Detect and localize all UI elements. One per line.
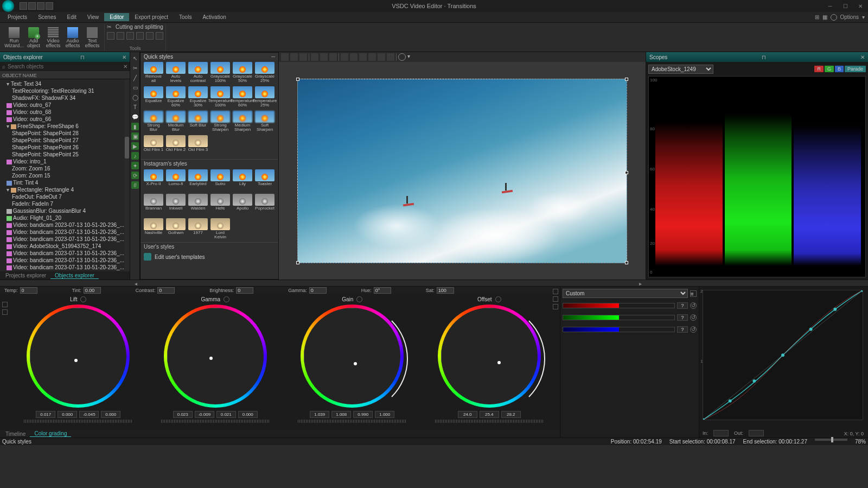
quick-close-icon[interactable]: ─ bbox=[271, 54, 275, 60]
text-effects-button[interactable]: Text effects bbox=[82, 26, 102, 49]
quick-style-item[interactable]: Equalize 30% bbox=[187, 86, 209, 108]
pt-home-icon[interactable] bbox=[281, 53, 289, 61]
tool-stab-icon[interactable] bbox=[156, 32, 163, 40]
pt-clip-icon[interactable] bbox=[329, 53, 337, 61]
quick-style-item[interactable]: Strong Sharpen bbox=[209, 110, 231, 132]
tree-node[interactable]: Video: bandicam 2023-07-13 10-51-20-236_… bbox=[0, 257, 130, 264]
wheel-value-input[interactable] bbox=[501, 411, 521, 418]
wheel-value-input[interactable] bbox=[458, 411, 477, 418]
brightness-input[interactable] bbox=[236, 287, 253, 294]
qat-new-icon[interactable] bbox=[20, 2, 27, 10]
options-label[interactable]: Options bbox=[840, 14, 859, 20]
quick-style-item[interactable]: Lomo-fi bbox=[165, 169, 187, 191]
ch-picker-icon[interactable] bbox=[553, 289, 558, 294]
tree-node[interactable]: Video: outro_66 bbox=[0, 116, 130, 123]
tree-node[interactable]: Video: intro_1 bbox=[0, 158, 130, 165]
tool-reverse-icon[interactable] bbox=[146, 32, 154, 40]
qat-open-icon[interactable] bbox=[28, 2, 36, 10]
qat-save-icon[interactable] bbox=[37, 2, 44, 10]
handle-bl[interactable] bbox=[296, 261, 299, 264]
menu-tools[interactable]: Tools bbox=[174, 13, 197, 21]
blue-value-input[interactable] bbox=[677, 326, 688, 333]
quick-style-item[interactable]: Walden bbox=[187, 193, 209, 216]
tree-node[interactable]: Video: AdobeStock_519943752_174 bbox=[0, 243, 130, 250]
ch-reset-icon[interactable] bbox=[553, 304, 558, 309]
wheel-reset-icon[interactable] bbox=[356, 296, 362, 302]
pt-align-l-icon[interactable] bbox=[341, 53, 348, 61]
hsroll-left-icon[interactable]: ◂ bbox=[132, 280, 139, 287]
tree-node[interactable]: Tint: Tint 4 bbox=[0, 179, 130, 186]
pt-align-c-icon[interactable] bbox=[350, 53, 358, 61]
quick-style-item[interactable]: Equalize bbox=[143, 86, 164, 108]
scope-mode-select[interactable]: Parade bbox=[845, 66, 866, 72]
tree-node[interactable]: ShadowFX: ShadowFX 34 bbox=[0, 94, 130, 102]
wheel-value-input[interactable] bbox=[216, 411, 236, 418]
quick-style-item[interactable]: Soft Blur bbox=[187, 110, 209, 132]
menu-editor[interactable]: Editor bbox=[104, 13, 129, 21]
curve-out-input[interactable] bbox=[749, 430, 764, 436]
quick-style-item[interactable]: Auto levels bbox=[165, 61, 187, 84]
quick-style-item[interactable]: Toaster bbox=[254, 169, 276, 191]
sprite-tool-icon[interactable]: ✦ bbox=[131, 162, 139, 169]
cutting-splitting-label[interactable]: Cutting and splitting bbox=[116, 24, 163, 30]
tree-node[interactable]: Audio: Flight_01_20 bbox=[0, 214, 130, 221]
scope-chip-g[interactable]: G bbox=[825, 66, 834, 72]
minimize-button[interactable]: ─ bbox=[822, 0, 838, 12]
quick-style-item[interactable]: Grayscale 25% bbox=[254, 61, 276, 84]
tree-node[interactable]: ShapePoint: ShapePoint 27 bbox=[0, 137, 130, 144]
handle-tr[interactable] bbox=[625, 78, 628, 81]
menu-export[interactable]: Export project bbox=[129, 13, 174, 21]
quick-style-item[interactable]: Grayscale 50% bbox=[232, 61, 253, 84]
reset-all-icon[interactable] bbox=[2, 309, 8, 315]
image-tool-icon[interactable]: ▣ bbox=[131, 132, 139, 140]
quick-style-item[interactable]: Equalize 60% bbox=[165, 86, 187, 108]
quick-style-item[interactable]: Auto contrast bbox=[187, 61, 209, 84]
zoom-slider[interactable] bbox=[815, 439, 847, 441]
curve-in-input[interactable] bbox=[713, 430, 729, 436]
scopes-close-icon[interactable]: ✕ bbox=[860, 54, 865, 60]
text-tool-icon[interactable]: T bbox=[131, 103, 139, 111]
tree-node[interactable]: Video: bandicam 2023-07-13 10-51-20-236_… bbox=[0, 229, 130, 236]
quick-style-item[interactable]: Medium Blur bbox=[165, 110, 187, 132]
quick-style-item[interactable]: Grayscale 100% bbox=[209, 61, 231, 84]
tree-node[interactable]: ShapePoint: ShapePoint 28 bbox=[0, 130, 130, 137]
quick-style-item[interactable]: Earlybird bbox=[187, 169, 209, 191]
tree-scrollbar[interactable] bbox=[124, 79, 130, 271]
quick-style-item[interactable]: Brannan bbox=[143, 193, 164, 216]
options-chevron-icon[interactable]: ▾ bbox=[862, 14, 865, 20]
quick-style-item[interactable]: Lord Kelvin bbox=[209, 218, 231, 240]
pt-up-icon[interactable] bbox=[290, 53, 298, 61]
tree-node[interactable]: TextRecoloring: TextRecoloring 31 bbox=[0, 87, 130, 94]
wheel-value-input[interactable] bbox=[310, 411, 329, 418]
menu-projects[interactable]: Projects bbox=[2, 13, 33, 21]
scope-chip-r[interactable]: R bbox=[814, 66, 824, 72]
rect-tool-icon[interactable]: ▭ bbox=[131, 84, 139, 91]
color-wheel-gamma[interactable]: Gamma bbox=[147, 296, 284, 428]
wheel-slider[interactable] bbox=[161, 420, 270, 423]
wheel-slider[interactable] bbox=[435, 420, 544, 423]
pt-star-icon[interactable] bbox=[299, 53, 307, 61]
color-wheel-lift[interactable]: Lift bbox=[10, 296, 147, 428]
quick-style-item[interactable]: Hefe bbox=[209, 193, 231, 216]
gear-icon[interactable] bbox=[831, 14, 837, 21]
hscroll-right-icon[interactable]: ▸ bbox=[637, 280, 643, 287]
quick-style-item[interactable]: Old Film 3 bbox=[187, 135, 209, 157]
quick-style-item[interactable]: Strong Blur bbox=[143, 110, 164, 132]
green-reset-icon[interactable]: ↺ bbox=[690, 314, 697, 321]
tree-node[interactable]: Video: bandicam 2023-07-13 10-51-20-236_… bbox=[0, 236, 130, 243]
maximize-button[interactable]: ☐ bbox=[838, 0, 853, 12]
color-wheel-gain[interactable]: Gain bbox=[284, 296, 421, 428]
tree-node[interactable]: Video: outro_67 bbox=[0, 102, 130, 109]
pt-cube-icon[interactable] bbox=[311, 53, 318, 61]
handle-br[interactable] bbox=[625, 261, 628, 264]
preset-menu-icon[interactable]: ≡ bbox=[690, 290, 697, 297]
tree-node[interactable]: FadeOut: FadeOut 7 bbox=[0, 193, 130, 200]
close-button[interactable]: ✕ bbox=[853, 0, 868, 12]
quick-style-item[interactable]: Apollo bbox=[232, 193, 253, 216]
red-value-input[interactable] bbox=[677, 302, 688, 309]
tree-node[interactable]: ShapePoint: ShapePoint 25 bbox=[0, 151, 130, 158]
quick-style-item[interactable]: Lily bbox=[232, 169, 253, 191]
wheel-slider[interactable] bbox=[24, 420, 132, 423]
menu-scenes[interactable]: Scenes bbox=[33, 13, 61, 21]
pt-settings-icon[interactable] bbox=[398, 53, 406, 61]
